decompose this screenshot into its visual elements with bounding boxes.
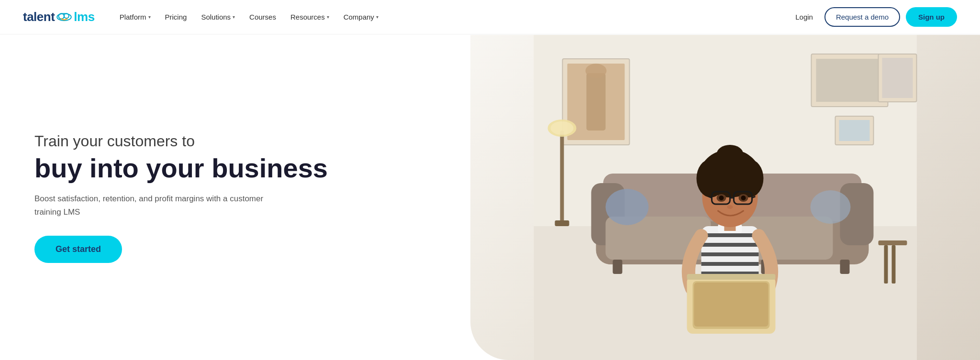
svg-rect-21 <box>884 245 888 284</box>
hero-illustration <box>470 35 980 360</box>
nav-item-company[interactable]: Company ▾ <box>338 9 384 25</box>
svg-point-33 <box>606 189 649 225</box>
svg-rect-19 <box>555 220 569 226</box>
hero-subtitle: Train your customers to <box>34 131 470 152</box>
svg-rect-39 <box>702 233 759 237</box>
hero-description: Boost satisfaction, retention, and profi… <box>34 192 274 218</box>
nav-item-solutions[interactable]: Solutions ▾ <box>195 9 241 25</box>
svg-rect-22 <box>892 245 896 284</box>
svg-rect-49 <box>694 283 768 327</box>
svg-rect-15 <box>882 58 913 98</box>
svg-rect-20 <box>879 240 907 245</box>
svg-point-34 <box>811 190 851 224</box>
svg-point-68 <box>741 196 746 200</box>
chevron-down-icon: ▾ <box>148 14 151 20</box>
svg-rect-11 <box>816 59 883 102</box>
chevron-down-icon: ▾ <box>327 14 329 20</box>
nav-links: Platform ▾ Pricing Solutions ▾ Courses R… <box>114 9 790 25</box>
svg-rect-32 <box>840 260 850 274</box>
get-started-button[interactable]: Get started <box>34 236 122 263</box>
hero-image <box>470 35 980 360</box>
svg-rect-13 <box>839 120 870 141</box>
svg-rect-8 <box>587 73 606 131</box>
hero-section: Train your customers to buy into your bu… <box>0 34 980 360</box>
svg-rect-30 <box>613 260 623 274</box>
svg-point-69 <box>727 205 733 209</box>
svg-rect-16 <box>560 131 564 226</box>
nav-item-courses[interactable]: Courses <box>244 9 282 25</box>
svg-point-67 <box>719 196 724 200</box>
svg-point-18 <box>551 121 574 135</box>
logo-lms-text: lms <box>74 10 94 24</box>
svg-point-2 <box>64 13 69 18</box>
request-demo-button[interactable]: Request a demo <box>824 7 900 27</box>
nav-item-resources[interactable]: Resources ▾ <box>285 9 335 25</box>
signup-button[interactable]: Sign up <box>906 7 957 27</box>
svg-rect-50 <box>687 274 776 280</box>
svg-point-59 <box>717 145 744 164</box>
svg-rect-42 <box>702 262 759 266</box>
svg-rect-40 <box>702 243 759 247</box>
hero-content: Train your customers to buy into your bu… <box>0 103 470 292</box>
chevron-down-icon: ▾ <box>376 14 379 20</box>
navbar: talent lms Platform ▾ Pricing Solutions … <box>0 0 980 34</box>
svg-rect-41 <box>702 252 759 256</box>
logo-talent-text: talent <box>23 10 55 24</box>
login-button[interactable]: Login <box>790 9 819 25</box>
logo-cloud-icon <box>56 11 73 24</box>
hero-title: buy into your business <box>34 153 470 183</box>
nav-item-platform[interactable]: Platform ▾ <box>114 9 156 25</box>
nav-actions: Login Request a demo Sign up <box>790 7 957 27</box>
logo[interactable]: talent lms <box>23 10 95 24</box>
chevron-down-icon: ▾ <box>233 14 235 20</box>
nav-item-pricing[interactable]: Pricing <box>159 9 193 25</box>
svg-point-9 <box>586 64 607 78</box>
